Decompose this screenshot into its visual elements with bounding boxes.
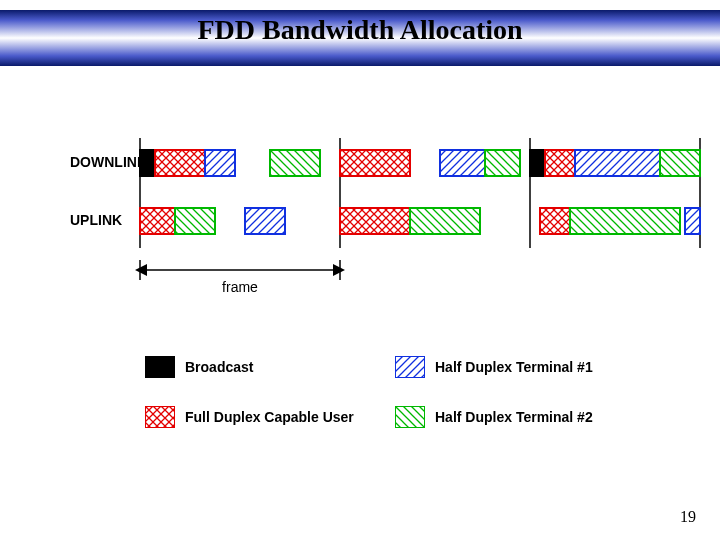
timeline-svg: frame [130, 130, 720, 310]
legend-half2-label: Half Duplex Terminal #2 [435, 409, 593, 425]
legend-half1-label: Half Duplex Terminal #1 [435, 359, 593, 375]
slot-half2 [660, 150, 700, 176]
slot-fullduplex [140, 208, 175, 234]
legend-fullduplex: Full Duplex Capable User [145, 406, 354, 428]
legend-half1: Half Duplex Terminal #1 [395, 356, 593, 378]
slot-half2 [410, 208, 480, 234]
legend-broadcast-label: Broadcast [185, 359, 253, 375]
half2-swatch [395, 406, 425, 428]
slot-fullduplex [340, 150, 410, 176]
svg-rect-13 [395, 406, 425, 428]
broadcast-swatch [145, 356, 175, 378]
frame-label: frame [222, 279, 258, 295]
slot-fullduplex [540, 208, 570, 234]
legend-half2: Half Duplex Terminal #2 [395, 406, 593, 428]
svg-rect-10 [145, 356, 175, 378]
downlink-row [140, 150, 700, 176]
uplink-label: UPLINK [70, 212, 122, 228]
slot-half2 [175, 208, 215, 234]
slot-half1 [575, 150, 660, 176]
legend-fullduplex-label: Full Duplex Capable User [185, 409, 354, 425]
slide-title: FDD Bandwidth Allocation [0, 14, 720, 46]
svg-rect-12 [395, 356, 425, 378]
legend-broadcast: Broadcast [145, 356, 253, 378]
diagram-stage: DOWNLINK UPLINK [70, 150, 690, 350]
slot-fullduplex [155, 150, 205, 176]
half1-swatch [395, 356, 425, 378]
fullduplex-swatch [145, 406, 175, 428]
slot-broadcast [140, 150, 155, 176]
slot-fullduplex [545, 150, 575, 176]
slot-half1 [440, 150, 485, 176]
slot-half2 [270, 150, 320, 176]
uplink-row [140, 208, 700, 234]
slot-half2 [570, 208, 680, 234]
slot-half1 [685, 208, 700, 234]
slot-fullduplex [340, 208, 410, 234]
slot-broadcast [530, 150, 545, 176]
slot-half2 [485, 150, 520, 176]
page-number: 19 [680, 508, 696, 526]
slot-half1 [205, 150, 235, 176]
svg-rect-11 [145, 406, 175, 428]
slot-half1 [245, 208, 285, 234]
frame-span: frame [140, 260, 340, 295]
